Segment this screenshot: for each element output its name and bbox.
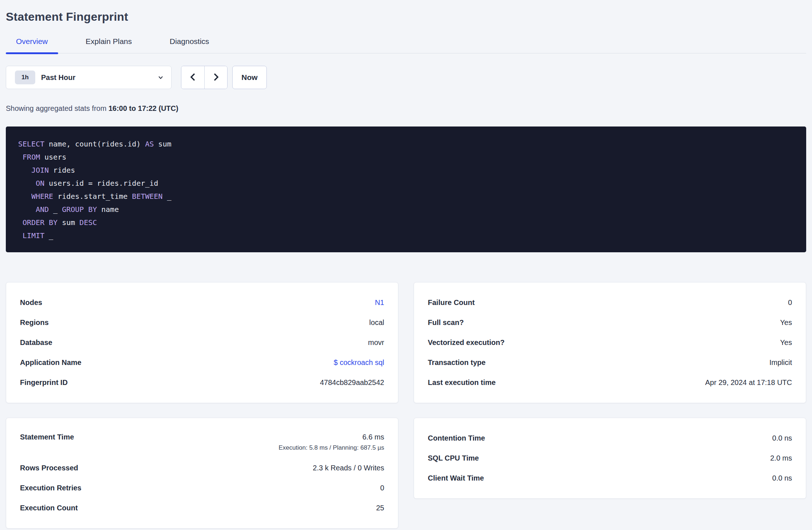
- time-range-label: Past Hour: [41, 73, 75, 82]
- tab-diagnostics[interactable]: Diagnostics: [160, 37, 220, 53]
- stat-row-execution-count: Execution Count 25: [20, 498, 384, 518]
- execution-attributes-card: Failure Count 0 Full scan? Yes Vectorize…: [414, 282, 806, 403]
- stat-row-sql-cpu-time: SQL CPU Time 2.0 ms: [428, 448, 792, 468]
- prev-time-button[interactable]: [181, 66, 204, 89]
- row-label: Client Wait Time: [428, 474, 484, 482]
- row-value: Yes: [780, 318, 792, 327]
- row-value: Implicit: [769, 358, 792, 367]
- row-label: Nodes: [20, 298, 42, 307]
- row-label: Last execution time: [428, 378, 496, 387]
- aggregated-stats-note: Showing aggregated stats from 16:00 to 1…: [6, 104, 806, 113]
- row-value: 6.6 ms: [279, 433, 384, 441]
- detail-row-application-name: Application Name $ cockroach sql: [20, 353, 384, 373]
- sql-statement-box: SELECT name, count(rides.id) AS sum FROM…: [6, 127, 806, 252]
- statement-times-card: Statement Time 6.6 ms Execution: 5.8 ms …: [6, 418, 398, 529]
- row-label: Full scan?: [428, 318, 464, 327]
- row-value: 0: [380, 484, 384, 492]
- chevron-right-icon: [212, 72, 220, 83]
- row-value: Apr 29, 2024 at 17:18 UTC: [705, 378, 792, 387]
- row-label: Rows Processed: [20, 464, 78, 472]
- next-time-button[interactable]: [204, 66, 227, 89]
- row-label: Database: [20, 338, 52, 347]
- chevron-down-icon: [157, 74, 164, 81]
- row-value: Yes: [780, 338, 792, 347]
- row-value: 0: [788, 298, 792, 307]
- stat-row-client-wait-time: Client Wait Time 0.0 ns: [428, 468, 792, 488]
- detail-row-full-scan: Full scan? Yes: [428, 313, 792, 333]
- detail-row-failure-count: Failure Count 0: [428, 293, 792, 313]
- row-label: Execution Retries: [20, 484, 81, 492]
- time-range-dropdown[interactable]: 1h Past Hour: [6, 66, 172, 89]
- row-value: 0.0 ns: [772, 434, 792, 442]
- detail-row-fingerprint-id: Fingerprint ID 4784cb829aab2542: [20, 373, 384, 393]
- stat-row-rows-processed: Rows Processed 2.3 k Reads / 0 Writes: [20, 458, 384, 478]
- stat-row-execution-retries: Execution Retries 0: [20, 478, 384, 498]
- now-button[interactable]: Now: [232, 66, 267, 89]
- stat-row-contention-time: Contention Time 0.0 ns: [428, 428, 792, 448]
- row-label: SQL CPU Time: [428, 454, 479, 462]
- row-label: Execution Count: [20, 504, 78, 512]
- detail-row-nodes: Nodes N1: [20, 293, 384, 313]
- time-nav-group: [181, 66, 228, 89]
- tab-overview[interactable]: Overview: [6, 37, 58, 53]
- tab-bar: Overview Explain Plans Diagnostics: [6, 37, 806, 53]
- wait-times-card: Contention Time 0.0 ns SQL CPU Time 2.0 …: [414, 418, 806, 499]
- row-value: movr: [368, 338, 384, 347]
- row-subvalue: Execution: 5.8 ms / Planning: 687.5 µs: [279, 444, 384, 451]
- nodes-link[interactable]: N1: [375, 298, 384, 307]
- detail-row-transaction-type: Transaction type Implicit: [428, 353, 792, 373]
- row-label: Regions: [20, 318, 49, 327]
- stat-row-statement-time: Statement Time 6.6 ms Execution: 5.8 ms …: [20, 428, 384, 458]
- row-value: 25: [376, 504, 384, 512]
- row-label: Fingerprint ID: [20, 378, 68, 387]
- row-label: Transaction type: [428, 358, 486, 367]
- row-value: local: [369, 318, 384, 327]
- statement-details-card: Nodes N1 Regions local Database movr App…: [6, 282, 398, 403]
- row-value: 0.0 ns: [772, 474, 792, 482]
- sql-code: SELECT name, count(rides.id) AS sum FROM…: [18, 137, 794, 242]
- row-label: Application Name: [20, 358, 81, 367]
- row-value: 4784cb829aab2542: [320, 378, 384, 387]
- row-value: 2.0 ms: [770, 454, 792, 462]
- detail-row-vectorized: Vectorized execution? Yes: [428, 333, 792, 353]
- detail-row-database: Database movr: [20, 333, 384, 353]
- aggregated-stats-range: 16:00 to 17:22 (UTC): [108, 104, 178, 112]
- time-range-badge: 1h: [15, 71, 35, 84]
- page-title: Statement Fingerprint: [6, 9, 806, 24]
- tab-explain-plans[interactable]: Explain Plans: [76, 37, 142, 53]
- detail-row-regions: Regions local: [20, 313, 384, 333]
- detail-row-last-execution-time: Last execution time Apr 29, 2024 at 17:1…: [428, 373, 792, 393]
- row-label: Contention Time: [428, 434, 485, 442]
- chevron-left-icon: [189, 72, 197, 83]
- application-name-link[interactable]: $ cockroach sql: [334, 358, 384, 367]
- row-label: Statement Time: [20, 433, 74, 441]
- row-label: Failure Count: [428, 298, 475, 307]
- row-value: 2.3 k Reads / 0 Writes: [313, 464, 384, 472]
- time-toolbar: 1h Past Hour Now: [6, 66, 806, 89]
- row-label: Vectorized execution?: [428, 338, 505, 347]
